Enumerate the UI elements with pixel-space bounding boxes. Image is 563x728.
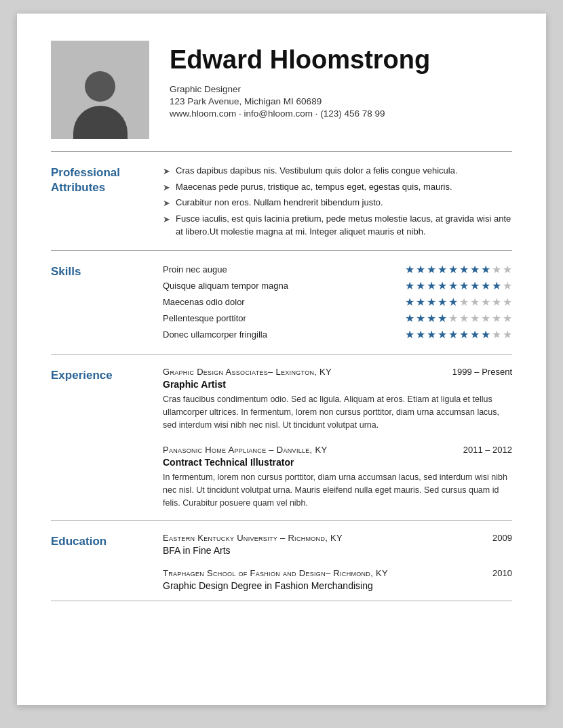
star-filled: ★ bbox=[427, 279, 436, 292]
exp-dates: 2011 – 2012 bbox=[463, 445, 512, 455]
star-filled: ★ bbox=[438, 263, 447, 276]
education-section: Education Eastern Kentucky University – … bbox=[51, 521, 512, 601]
star-filled: ★ bbox=[448, 328, 458, 341]
attribute-text: Fusce iaculis, est quis lacinia pretium,… bbox=[176, 212, 512, 239]
exp-desc: In fermentum, lorem non cursus porttitor… bbox=[163, 471, 512, 510]
avatar-body bbox=[73, 106, 128, 139]
star-filled: ★ bbox=[405, 263, 414, 276]
star-empty: ★ bbox=[503, 296, 512, 308]
star-empty: ★ bbox=[470, 312, 480, 325]
star-filled: ★ bbox=[405, 312, 414, 325]
skill-stars: ★★★★★★★★★★ bbox=[405, 279, 512, 292]
star-filled: ★ bbox=[416, 279, 425, 292]
experience-content: Graphic Design Associates– Lexington, KY… bbox=[163, 367, 512, 510]
star-filled: ★ bbox=[416, 296, 425, 308]
avatar-head bbox=[85, 71, 115, 102]
exp-dates: 1999 – Present bbox=[452, 367, 512, 377]
star-filled: ★ bbox=[416, 328, 425, 341]
edu-header: Eastern Kentucky University – Richmond, … bbox=[163, 533, 512, 543]
skill-row: Pellentesque porttitor★★★★★★★★★★ bbox=[163, 312, 512, 325]
star-filled: ★ bbox=[470, 263, 480, 276]
star-empty: ★ bbox=[492, 312, 501, 325]
edu-institution: Eastern Kentucky University – Richmond, … bbox=[163, 533, 343, 543]
star-filled: ★ bbox=[405, 328, 414, 341]
exp-company: Panasonic Home Appliance – Danville, KY bbox=[163, 445, 327, 455]
skill-name: Maecenas odio dolor bbox=[163, 297, 405, 307]
education-content: Eastern Kentucky University – Richmond, … bbox=[163, 533, 512, 591]
attribute-text: Curabitur non eros. Nullam hendrerit bib… bbox=[176, 196, 383, 209]
professional-content: ➤Cras dapibus dapibus nis. Vestibulum qu… bbox=[163, 164, 512, 241]
star-empty: ★ bbox=[492, 296, 501, 308]
skill-stars: ★★★★★★★★★★ bbox=[405, 328, 512, 341]
experience-entry: Panasonic Home Appliance – Danville, KY … bbox=[163, 445, 512, 510]
professional-label: ProfessionalAttributes bbox=[51, 164, 163, 241]
star-filled: ★ bbox=[438, 328, 447, 341]
star-empty: ★ bbox=[448, 312, 458, 325]
education-entry: Traphagen School of Fashion and Design– … bbox=[163, 568, 512, 591]
star-filled: ★ bbox=[416, 312, 425, 325]
star-empty: ★ bbox=[459, 296, 469, 308]
edu-institution: Traphagen School of Fashion and Design– … bbox=[163, 568, 388, 578]
education-entry: Eastern Kentucky University – Richmond, … bbox=[163, 533, 512, 556]
star-filled: ★ bbox=[470, 328, 480, 341]
skill-row: Donec ullamcorper fringilla★★★★★★★★★★ bbox=[163, 328, 512, 341]
attribute-item: ➤Cras dapibus dapibus nis. Vestibulum qu… bbox=[163, 164, 512, 178]
experience-section: Experience Graphic Design Associates– Le… bbox=[51, 355, 512, 521]
star-filled: ★ bbox=[459, 263, 469, 276]
star-filled: ★ bbox=[438, 312, 447, 325]
star-filled: ★ bbox=[405, 279, 414, 292]
edu-year: 2009 bbox=[492, 533, 512, 543]
attribute-item: ➤Maecenas pede purus, tristique ac, temp… bbox=[163, 180, 512, 195]
skill-row: Quisque aliquam tempor magna★★★★★★★★★★ bbox=[163, 279, 512, 292]
star-empty: ★ bbox=[503, 279, 512, 292]
contact-info: www.hloom.com · info@hloom.com · (123) 4… bbox=[170, 108, 512, 119]
star-filled: ★ bbox=[405, 296, 414, 308]
star-empty: ★ bbox=[481, 296, 490, 308]
attribute-item: ➤Fusce iaculis, est quis lacinia pretium… bbox=[163, 212, 512, 239]
header-section: Edward Hloomstrong Graphic Designer 123 … bbox=[51, 41, 512, 152]
exp-company: Graphic Design Associates– Lexington, KY bbox=[163, 367, 332, 377]
skill-name: Proin nec augue bbox=[163, 264, 405, 275]
star-filled: ★ bbox=[427, 328, 436, 341]
exp-header: Graphic Design Associates– Lexington, KY… bbox=[163, 367, 512, 377]
star-filled: ★ bbox=[481, 279, 490, 292]
star-filled: ★ bbox=[448, 279, 458, 292]
attribute-text: Maecenas pede purus, tristique ac, tempu… bbox=[176, 180, 452, 194]
skill-stars: ★★★★★★★★★★ bbox=[405, 263, 512, 276]
star-filled: ★ bbox=[438, 279, 447, 292]
star-empty: ★ bbox=[459, 312, 469, 325]
edu-degree: Graphic Design Degree in Fashion Merchan… bbox=[163, 580, 512, 591]
star-empty: ★ bbox=[492, 328, 501, 341]
attributes-list: ➤Cras dapibus dapibus nis. Vestibulum qu… bbox=[163, 164, 512, 239]
exp-header: Panasonic Home Appliance – Danville, KY … bbox=[163, 445, 512, 455]
star-filled: ★ bbox=[448, 296, 458, 308]
star-filled: ★ bbox=[459, 279, 469, 292]
attribute-item: ➤Curabitur non eros. Nullam hendrerit bi… bbox=[163, 196, 512, 210]
arrow-icon: ➤ bbox=[163, 181, 170, 195]
skill-row: Maecenas odio dolor★★★★★★★★★★ bbox=[163, 296, 512, 308]
star-filled: ★ bbox=[427, 296, 436, 308]
star-filled: ★ bbox=[416, 263, 425, 276]
star-filled: ★ bbox=[459, 328, 469, 341]
skill-stars: ★★★★★★★★★★ bbox=[405, 312, 512, 325]
edu-header: Traphagen School of Fashion and Design– … bbox=[163, 568, 512, 578]
star-filled: ★ bbox=[481, 328, 490, 341]
resume-page: Edward Hloomstrong Graphic Designer 123 … bbox=[17, 14, 546, 705]
experience-label: Experience bbox=[51, 367, 163, 510]
arrow-icon: ➤ bbox=[163, 165, 170, 178]
star-empty: ★ bbox=[503, 263, 512, 276]
attribute-text: Cras dapibus dapibus nis. Vestibulum qui… bbox=[176, 164, 458, 178]
professional-section: ProfessionalAttributes ➤Cras dapibus dap… bbox=[51, 152, 512, 251]
star-empty: ★ bbox=[492, 263, 501, 276]
star-filled: ★ bbox=[448, 263, 458, 276]
star-filled: ★ bbox=[438, 296, 447, 308]
address: 123 Park Avenue, Michigan MI 60689 bbox=[170, 96, 512, 106]
exp-title: Graphic Artist bbox=[163, 379, 512, 390]
star-filled: ★ bbox=[481, 263, 490, 276]
exp-title: Contract Technical Illustrator bbox=[163, 457, 512, 468]
star-filled: ★ bbox=[470, 279, 480, 292]
skills-label: Skills bbox=[51, 263, 163, 344]
arrow-icon: ➤ bbox=[163, 197, 170, 210]
skill-name: Quisque aliquam tempor magna bbox=[163, 281, 405, 291]
header-info: Edward Hloomstrong Graphic Designer 123 … bbox=[170, 41, 512, 119]
